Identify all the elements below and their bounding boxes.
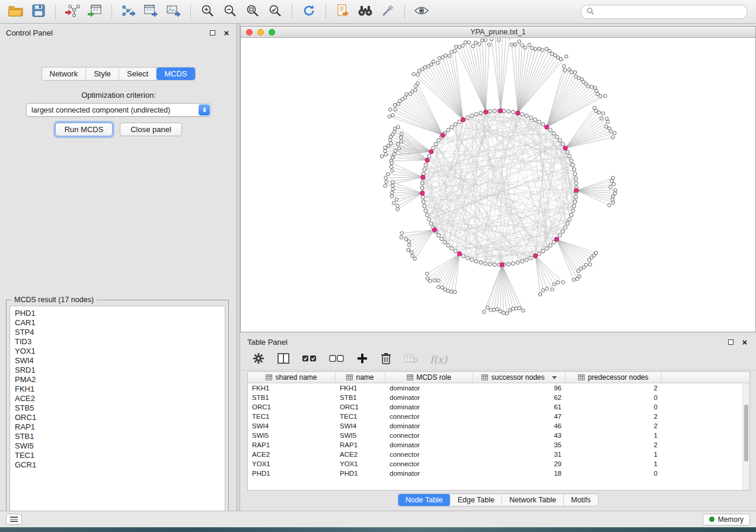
- table-row[interactable]: FKH1FKH1dominator962: [248, 383, 749, 393]
- column-header-filler: [662, 372, 749, 383]
- network-window-titlebar[interactable]: YPA_prune.txt_1: [241, 27, 755, 38]
- mcds-result-item[interactable]: SRD1: [10, 366, 225, 375]
- show-hide-button[interactable]: [411, 2, 432, 21]
- export-table-button[interactable]: [141, 2, 162, 21]
- column-header-successor-nodes[interactable]: successor nodes: [473, 372, 566, 383]
- mcds-result-item[interactable]: STB1: [10, 432, 225, 441]
- network-canvas[interactable]: [241, 39, 755, 332]
- zoom-in-button[interactable]: [197, 2, 218, 21]
- open-file-button[interactable]: [5, 2, 27, 21]
- import-table-button[interactable]: [84, 2, 106, 21]
- binoculars-button[interactable]: [355, 2, 376, 21]
- table-cell: dominator: [385, 394, 473, 401]
- close-panel-action-button[interactable]: Close panel: [120, 123, 182, 136]
- table-row[interactable]: STB1STB1dominator620: [248, 393, 749, 402]
- table-settings-button[interactable]: [252, 352, 265, 367]
- mcds-result-item[interactable]: TID3: [10, 337, 225, 347]
- node-table-header: shared name name MCDS role successor nod…: [248, 372, 749, 383]
- mcds-result-item[interactable]: YOX1: [10, 347, 225, 356]
- run-mcds-button[interactable]: Run MCDS: [55, 123, 113, 136]
- tab-network-table[interactable]: Network Table: [502, 494, 564, 506]
- import-network-button[interactable]: [62, 2, 83, 21]
- network-graph[interactable]: [241, 39, 755, 332]
- tab-node-table[interactable]: Node Table: [398, 494, 451, 506]
- mcds-result-item[interactable]: FKH1: [10, 384, 225, 394]
- close-window-button[interactable]: [246, 29, 253, 36]
- dropdown-stepper-icon[interactable]: [199, 104, 210, 116]
- close-table-panel-button[interactable]: ×: [741, 338, 749, 346]
- tab-select[interactable]: Select: [119, 68, 157, 80]
- mcds-result-item[interactable]: STP4: [10, 328, 225, 337]
- zoom-in-icon: [200, 4, 215, 20]
- export-network-button[interactable]: [118, 2, 139, 21]
- refresh-button[interactable]: [298, 2, 320, 21]
- float-table-panel-button[interactable]: [726, 338, 735, 346]
- select-all-button[interactable]: [302, 354, 317, 366]
- wand-button[interactable]: [377, 2, 398, 21]
- tab-motifs[interactable]: Motifs: [564, 494, 598, 506]
- mcds-result-item[interactable]: ORC1: [10, 413, 225, 422]
- table-row[interactable]: SWI5SWI5connector431: [248, 431, 749, 440]
- table-cell: RAP1: [336, 441, 385, 448]
- tab-network[interactable]: Network: [42, 68, 86, 80]
- mcds-result-item[interactable]: RAP1: [10, 422, 225, 432]
- table-cell: ACE2: [248, 451, 336, 458]
- table-row[interactable]: PHD1PHD1dominator180: [248, 469, 749, 478]
- toolbar-separator: [292, 4, 292, 20]
- column-icon: [346, 374, 353, 380]
- table-row[interactable]: TEC1TEC1connector472: [248, 412, 749, 421]
- table-row[interactable]: SWI4SWI4dominator462: [248, 421, 749, 431]
- mcds-result-item[interactable]: GCR1: [10, 460, 225, 470]
- table-cell: dominator: [385, 441, 473, 448]
- mcds-result-item[interactable]: SWI5: [10, 441, 225, 451]
- close-panel-button[interactable]: ×: [222, 28, 231, 37]
- column-header-shared-name[interactable]: shared name: [248, 372, 336, 383]
- float-panel-button[interactable]: [208, 28, 216, 37]
- show-columns-button[interactable]: [277, 352, 290, 367]
- mcds-result-item[interactable]: STB5: [10, 403, 225, 413]
- mcds-result-item[interactable]: CAR1: [10, 318, 225, 328]
- deselect-all-button[interactable]: [329, 354, 344, 366]
- mcds-result-item[interactable]: PMA2: [10, 375, 225, 384]
- table-row[interactable]: ORC1ORC1dominator610: [248, 402, 749, 412]
- mcds-result-item[interactable]: TEC1: [10, 451, 225, 460]
- tab-edge-table[interactable]: Edge Table: [451, 494, 502, 506]
- table-cell: PHD1: [336, 470, 385, 477]
- maximize-window-button[interactable]: [269, 29, 275, 36]
- export-image-button[interactable]: [163, 2, 184, 21]
- minimize-window-button[interactable]: [257, 29, 264, 36]
- column-label: predecessor nodes: [588, 373, 648, 382]
- table-row[interactable]: ACE2ACE2connector311: [248, 450, 749, 459]
- column-header-name[interactable]: name: [336, 372, 385, 383]
- tab-style[interactable]: Style: [86, 68, 119, 80]
- scrollbar-thumb[interactable]: [744, 405, 748, 462]
- share-document-button[interactable]: [332, 2, 353, 21]
- table-row[interactable]: RAP1RAP1dominator352: [248, 440, 749, 450]
- add-column-button[interactable]: [356, 352, 368, 367]
- table-cell: dominator: [385, 384, 473, 392]
- search-input[interactable]: [598, 8, 742, 16]
- mcds-result-item[interactable]: ACE2: [10, 394, 225, 403]
- column-header-predecessor-nodes[interactable]: predecessor nodes: [566, 372, 662, 383]
- tab-mcds[interactable]: MCDS: [157, 68, 194, 80]
- mcds-result-item[interactable]: PHD1: [10, 309, 225, 318]
- delete-table-button-disabled[interactable]: [404, 353, 418, 366]
- sort-caret-icon[interactable]: [552, 376, 557, 379]
- save-session-button[interactable]: [28, 2, 49, 21]
- memory-button[interactable]: Memory: [703, 514, 750, 525]
- column-header-mcds-role[interactable]: MCDS role: [385, 372, 473, 383]
- mcds-result-list[interactable]: PHD1CAR1STP4TID3YOX1SWI4SRD1PMA2FKH1ACE2…: [9, 306, 225, 517]
- search-field[interactable]: [580, 5, 748, 19]
- table-scrollbar[interactable]: [742, 383, 749, 490]
- function-builder-button[interactable]: f(x): [430, 354, 447, 366]
- table-cell: FKH1: [336, 384, 385, 392]
- mcds-result-item[interactable]: SWI4: [10, 356, 225, 366]
- table-row[interactable]: YOX1YOX1connector291: [248, 459, 749, 469]
- import-table-icon: [87, 4, 103, 20]
- zoom-selected-button[interactable]: [264, 2, 286, 21]
- panel-menu-button[interactable]: [6, 514, 22, 525]
- zoom-fit-button[interactable]: [242, 2, 263, 21]
- delete-column-button[interactable]: [380, 352, 392, 367]
- zoom-out-button[interactable]: [219, 2, 241, 21]
- criterion-dropdown[interactable]: largest connected component (undirected): [26, 103, 211, 117]
